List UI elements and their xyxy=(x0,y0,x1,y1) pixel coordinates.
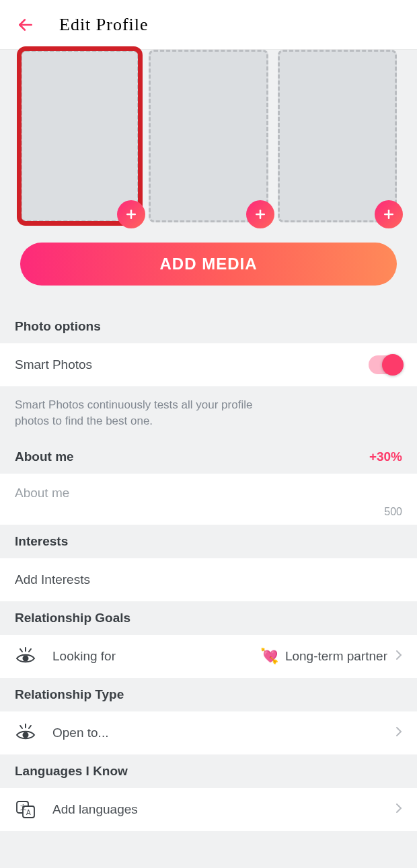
add-languages-row[interactable]: 文 A Add languages xyxy=(0,788,417,831)
section-photo-options: Photo options xyxy=(0,310,417,343)
svg-point-14 xyxy=(24,733,28,738)
page-title: Edit Profile xyxy=(59,15,149,35)
smart-photos-hint: Smart Photos continuously tests all your… xyxy=(0,386,417,440)
svg-line-8 xyxy=(20,649,22,652)
smart-photos-label: Smart Photos xyxy=(15,357,369,372)
add-media-label: ADD MEDIA xyxy=(160,255,258,273)
looking-for-row[interactable]: Looking for 💘 Long-term partner xyxy=(0,635,417,678)
eye-icon xyxy=(15,724,36,742)
open-to-row[interactable]: Open to... xyxy=(0,711,417,754)
photo-grid xyxy=(0,50,417,222)
add-media-button[interactable]: ADD MEDIA xyxy=(20,243,397,286)
add-interests-label: Add Interests xyxy=(15,572,402,587)
looking-for-value: Long-term partner xyxy=(285,649,387,664)
photo-slot-2[interactable] xyxy=(149,50,268,222)
photo-slot-1[interactable] xyxy=(20,50,139,222)
add-photo-icon[interactable] xyxy=(375,200,403,228)
section-title: Relationship Type xyxy=(15,687,124,702)
photo-slot-3[interactable] xyxy=(278,50,397,222)
about-me-counter: 500 xyxy=(15,506,402,518)
svg-text:A: A xyxy=(26,809,31,816)
translate-icon: 文 A xyxy=(15,800,36,819)
smart-photos-row[interactable]: Smart Photos xyxy=(0,343,417,386)
section-title: Languages I Know xyxy=(15,764,128,779)
chevron-right-icon xyxy=(395,650,402,663)
header: Edit Profile xyxy=(0,0,417,50)
eye-icon xyxy=(15,647,36,666)
about-me-input-row[interactable]: About me 500 xyxy=(0,474,417,525)
section-relationship-goals: Relationship Goals xyxy=(0,601,417,635)
section-title: Relationship Goals xyxy=(15,611,130,625)
svg-line-13 xyxy=(29,726,31,728)
open-to-label: Open to... xyxy=(52,726,387,740)
heart-icon: 💘 xyxy=(260,648,278,665)
section-title: Photo options xyxy=(15,319,101,334)
section-interests: Interests xyxy=(0,525,417,558)
section-title: Interests xyxy=(15,534,68,549)
add-photo-icon[interactable] xyxy=(246,200,274,228)
smart-photos-toggle[interactable] xyxy=(369,355,402,374)
svg-line-9 xyxy=(29,649,31,652)
looking-for-label: Looking for xyxy=(52,649,260,664)
back-button[interactable] xyxy=(12,11,39,38)
add-interests-row[interactable]: Add Interests xyxy=(0,558,417,601)
section-languages: Languages I Know xyxy=(0,754,417,788)
section-relationship-type: Relationship Type xyxy=(0,678,417,711)
about-me-placeholder: About me xyxy=(15,486,402,501)
about-me-bonus: +30% xyxy=(369,449,402,464)
svg-line-12 xyxy=(20,726,22,728)
add-languages-label: Add languages xyxy=(52,802,387,817)
chevron-right-icon xyxy=(395,803,402,816)
section-title: About me xyxy=(15,449,74,464)
section-about-me: About me +30% xyxy=(0,440,417,474)
svg-point-10 xyxy=(24,656,28,661)
back-arrow-icon xyxy=(17,16,34,34)
chevron-right-icon xyxy=(395,726,402,740)
add-photo-icon[interactable] xyxy=(117,200,145,228)
